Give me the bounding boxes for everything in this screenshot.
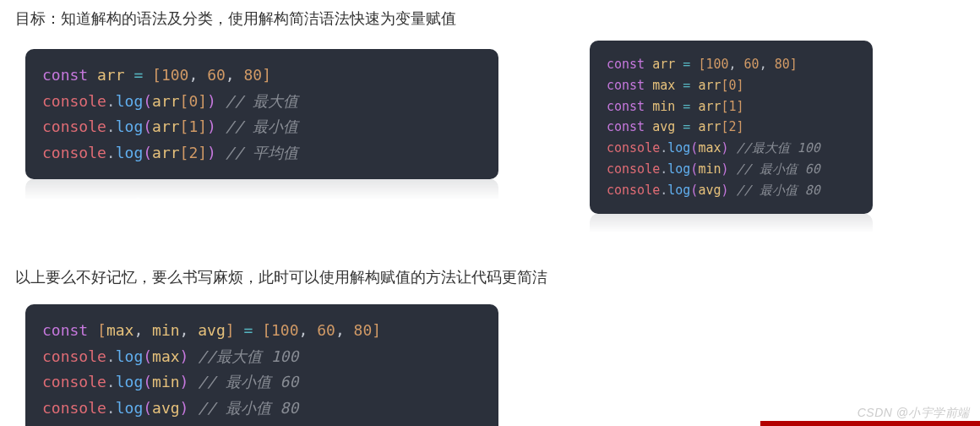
paren: ( [143, 117, 152, 135]
keyword: const [607, 99, 645, 114]
variable: arr [152, 144, 180, 161]
operator: = [683, 99, 690, 114]
number: 1 [729, 99, 737, 114]
variable: arr [698, 99, 721, 114]
number: 1 [188, 117, 198, 135]
dot: . [106, 347, 116, 365]
function: log [116, 347, 144, 365]
comment: // 最大值 [216, 92, 298, 110]
variable: arr [698, 78, 721, 93]
paren: ) [180, 399, 189, 417]
keyword: const [42, 66, 88, 84]
object: console [42, 144, 106, 161]
variable: avg [152, 399, 180, 417]
variable: arr [652, 57, 675, 72]
bracket: [ [152, 66, 161, 84]
watermark: CSDN @小宇学前端 [858, 406, 970, 421]
dot: . [106, 144, 116, 161]
code-block-3-wrap: const [max, min, avg] = [100, 60, 80] co… [25, 304, 498, 426]
comment: //最大值 100 [729, 140, 820, 156]
number: 100 [161, 66, 189, 84]
code-block-1-reflection: console.log(arr[2]) // 平均值 [25, 179, 498, 232]
keyword: const [42, 321, 88, 339]
object: console [607, 140, 660, 156]
bracket: [ [262, 321, 271, 339]
comma: , [760, 57, 775, 72]
bracket: [ [97, 321, 106, 339]
comment: // 最小值 60 [729, 161, 820, 177]
bracket: ] [226, 321, 235, 339]
dot: . [106, 117, 116, 135]
variable: max [652, 78, 675, 93]
bracket: [ [721, 119, 728, 134]
dot: . [106, 373, 116, 390]
comma: , [729, 57, 744, 72]
bracket: [ [721, 99, 728, 114]
code-block-1: const arr = [100, 60, 80] console.log(ar… [25, 49, 498, 179]
comment: //最大值 100 [188, 347, 298, 365]
comment: // 最小值 80 [729, 183, 820, 198]
keyword: const [607, 119, 645, 134]
comma: , [335, 321, 354, 339]
paren: ) [207, 117, 216, 135]
operator: = [243, 321, 253, 339]
red-bar [760, 421, 980, 426]
variable: arr [152, 92, 180, 110]
variable: min [152, 373, 180, 390]
bracket: ] [198, 117, 207, 135]
dot: . [660, 140, 667, 156]
object: console [607, 161, 660, 177]
comment: // 最小值 60 [188, 373, 298, 390]
code-block-2-wrap: const arr = [100, 60, 80] const max = ar… [590, 41, 873, 214]
object: console [42, 92, 106, 110]
paren: ) [180, 373, 189, 390]
bracket: [ [721, 78, 728, 93]
paren: ) [721, 140, 728, 156]
number: 0 [188, 92, 198, 110]
object: console [42, 373, 106, 390]
paren: ( [143, 399, 152, 417]
variable: avg [698, 183, 721, 198]
variable: max [698, 140, 721, 156]
variable: arr [97, 66, 125, 84]
variable: min [152, 321, 180, 339]
paren: ) [207, 144, 216, 161]
number: 60 [317, 321, 335, 339]
comma: , [226, 66, 244, 84]
variable: max [152, 347, 180, 365]
dot: . [660, 161, 667, 177]
comma: , [133, 321, 152, 339]
variable: max [106, 321, 134, 339]
operator: = [133, 66, 143, 84]
operator: = [683, 57, 690, 72]
function: log [116, 399, 144, 417]
paren: ) [721, 161, 728, 177]
comment: // 最小值 80 [188, 399, 298, 417]
bracket: ] [737, 78, 744, 93]
variable: min [652, 99, 675, 114]
comment: // 平均值 [216, 144, 298, 161]
dot: . [106, 92, 116, 110]
function: log [116, 144, 144, 161]
number: 80 [244, 66, 263, 84]
bracket: [ [180, 92, 189, 110]
number: 60 [744, 57, 760, 72]
number: 100 [271, 321, 299, 339]
number: 100 [705, 57, 728, 72]
bracket: ] [372, 321, 381, 339]
paren: ) [207, 92, 216, 110]
dot: . [106, 399, 116, 417]
function: log [116, 92, 144, 110]
number: 0 [729, 78, 737, 93]
number: 80 [775, 57, 790, 72]
function: log [667, 183, 690, 198]
paren: ) [721, 183, 728, 198]
function: log [667, 140, 690, 156]
variable: avg [652, 119, 675, 134]
bracket: [ [180, 117, 189, 135]
heading-note: 以上要么不好记忆，要么书写麻烦，此时可以使用解构赋值的方法让代码更简洁 [15, 267, 547, 287]
bracket: ] [790, 57, 798, 72]
code-block-3: const [max, min, avg] = [100, 60, 80] co… [25, 304, 498, 426]
object: console [42, 347, 106, 365]
heading-goal: 目标：知道解构的语法及分类，使用解构简洁语法快速为变量赋值 [0, 0, 980, 29]
